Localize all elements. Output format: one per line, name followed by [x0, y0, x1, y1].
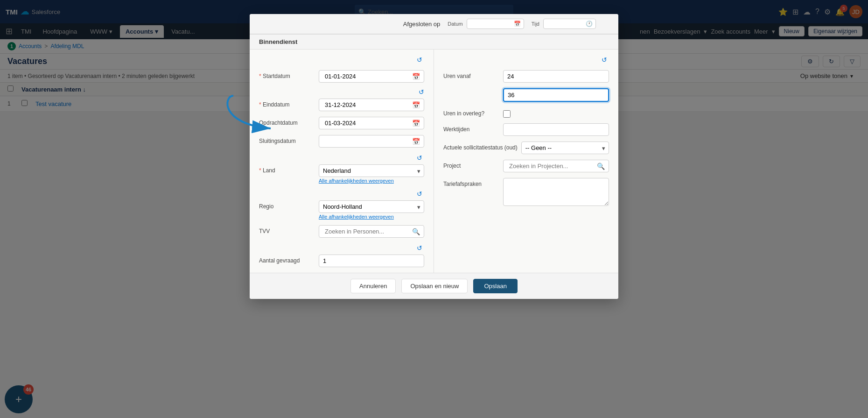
clock-icon[interactable]: 🕐: [586, 21, 593, 27]
actuele-select[interactable]: -- Geen --: [521, 142, 609, 154]
calendar-einddatum-icon[interactable]: 📅: [410, 99, 422, 111]
tijd-field[interactable]: [546, 21, 584, 27]
tvv-input-wrap: 🔍: [319, 225, 424, 238]
einddatum-row: ↺: [259, 88, 424, 97]
startdatum-input[interactable]: [323, 71, 410, 82]
calendar-sluitingsdatum-icon[interactable]: 📅: [410, 136, 422, 147]
aantal-gevraagd-row: Aantal gevraagd: [259, 255, 424, 267]
modal-footer: Annuleren Opslaan en nieuw Opslaan: [250, 273, 618, 299]
annuleren-button[interactable]: Annuleren: [350, 279, 396, 293]
left-reset-header: ↺: [259, 55, 424, 64]
tvv-row: TVV 🔍: [259, 225, 424, 238]
datum-input[interactable]: 📅: [467, 19, 524, 29]
tariefafspraken-input-wrap: [503, 178, 609, 206]
regio-select-wrap[interactable]: Noord-Holland: [319, 200, 424, 213]
sluitingsdatum-input[interactable]: [323, 135, 410, 147]
einddatum-input[interactable]: [323, 99, 410, 111]
aantal-gevraagd-label: Aantal gevraagd: [259, 255, 315, 264]
land-select-wrap[interactable]: Nederland: [319, 164, 424, 177]
tariefafspraken-textarea[interactable]: [503, 178, 609, 206]
uren-overleg-checkbox[interactable]: [503, 110, 511, 118]
opdrachtdatum-field-wrap[interactable]: 📅: [319, 117, 424, 129]
opdrachtdatum-input-wrap: 📅: [319, 117, 424, 129]
tariefafspraken-row: Tariefafspraken: [443, 178, 609, 206]
calendar-opdrachtdatum-icon[interactable]: 📅: [410, 118, 422, 129]
uren-vanaf-input-wrap: [503, 70, 609, 83]
datum-group: Datum 📅: [448, 19, 524, 29]
werktijden-label: Werktijden: [443, 123, 499, 133]
einddatum-input-wrap: 📅: [319, 99, 424, 111]
land-reset-button[interactable]: ↺: [415, 153, 424, 163]
project-search-icon[interactable]: 🔍: [595, 161, 607, 172]
regio-row: Regio Noord-Holland Alle afhankelijkhede…: [259, 200, 424, 220]
modal-dialog: Afgesloten op Datum 📅 Tijd 🕐: [250, 14, 618, 299]
tvv-label: TVV: [259, 225, 315, 234]
actuele-select-wrap[interactable]: -- Geen --: [521, 142, 609, 154]
tvv-field-wrap[interactable]: 🔍: [319, 225, 424, 238]
actuele-status-input-wrap: -- Geen --: [521, 142, 609, 154]
right-reset-header: ↺: [443, 55, 609, 64]
calendar-startdatum-icon[interactable]: 📅: [410, 71, 422, 82]
aantal-reset-button[interactable]: ↺: [415, 243, 424, 253]
modal-top-section: Afgesloten op Datum 📅 Tijd 🕐: [250, 14, 618, 34]
datum-label: Datum: [448, 21, 462, 27]
opslaan-button[interactable]: Opslaan: [473, 279, 517, 293]
sluitingsdatum-row: Sluitingsdatum 📅: [259, 135, 424, 148]
land-select[interactable]: Nederland: [319, 164, 424, 177]
actuele-status-row: Actuele sollicitatiestatus (oud) -- Geen…: [443, 142, 609, 154]
form-left-col: ↺ Startdatum 📅: [250, 50, 434, 273]
regio-label: Regio: [259, 200, 315, 210]
uren-highlighted-row: [443, 88, 609, 102]
werktijden-input[interactable]: [503, 123, 609, 136]
project-input-wrap: 🔍: [503, 160, 609, 172]
tijd-label: Tijd: [532, 21, 539, 27]
uren-highlighted-input-wrap: [503, 88, 609, 102]
einddatum-field-row: Einddatum 📅: [259, 99, 424, 111]
tijd-group: Tijd 🕐: [532, 19, 596, 29]
sluitingsdatum-field-wrap[interactable]: 📅: [319, 135, 424, 148]
sluitingsdatum-input-wrap: 📅: [319, 135, 424, 148]
aantal-gevraagd-input-wrap: [319, 255, 424, 267]
uren-overleg-row: Uren in overleg?: [443, 107, 609, 118]
tariefafspraken-label: Tariefafspraken: [443, 178, 499, 187]
opdrachtdatum-input[interactable]: [323, 117, 410, 129]
werktijden-row: Werktijden: [443, 123, 609, 136]
tijd-input[interactable]: 🕐: [543, 19, 596, 29]
regio-afhankelijkheden-link[interactable]: Alle afhankelijkheden weergeven: [319, 214, 424, 220]
regio-select[interactable]: Noord-Holland: [319, 200, 424, 213]
uren-highlighted-label: [443, 88, 499, 91]
calendar-datum-icon[interactable]: 📅: [514, 21, 521, 27]
einddatum-field-wrap[interactable]: 📅: [319, 99, 424, 111]
opdrachtdatum-label: Opdrachtdatum: [259, 117, 315, 126]
modal-overlay: Afgesloten op Datum 📅 Tijd 🕐: [0, 0, 868, 418]
tvv-search-icon[interactable]: 🔍: [410, 226, 422, 237]
aantal-gevraagd-input[interactable]: [319, 255, 424, 267]
land-input-wrap: Nederland Alle afhankelijkheden weergeve…: [319, 164, 424, 184]
form-right-col: ↺ Uren vanaf: [434, 50, 618, 273]
datum-field[interactable]: [470, 21, 512, 27]
regio-reset-button[interactable]: ↺: [415, 189, 424, 198]
aantal-reset-header: ↺: [259, 243, 424, 253]
modal-scroll-area[interactable]: ↺ Startdatum 📅: [250, 50, 618, 273]
section-binnendienst: Binnendienst: [250, 34, 618, 50]
startdatum-label: Startdatum: [259, 70, 315, 79]
startdatum-field-wrap[interactable]: 📅: [319, 70, 424, 83]
uren-vanaf-label: Uren vanaf: [443, 70, 499, 79]
land-afhankelijkheden-link[interactable]: Alle afhankelijkheden weergeven: [319, 178, 424, 184]
project-field-wrap[interactable]: 🔍: [503, 160, 609, 172]
regio-input-wrap: Noord-Holland Alle afhankelijkheden weer…: [319, 200, 424, 220]
uren-vanaf-input[interactable]: [503, 70, 609, 83]
startdatum-row: Startdatum 📅: [259, 70, 424, 83]
opslaan-nieuw-button[interactable]: Opslaan en nieuw: [401, 279, 468, 293]
project-row: Project 🔍: [443, 160, 609, 172]
right-reset-button[interactable]: ↺: [600, 55, 609, 64]
afgesloten-label: Afgesloten op: [403, 21, 441, 28]
uren-overleg-input-wrap: [503, 107, 609, 118]
uren-highlighted-input[interactable]: [503, 88, 609, 102]
left-reset-button[interactable]: ↺: [415, 55, 424, 64]
actuele-status-label: Actuele sollicitatiestatus (oud): [443, 142, 518, 151]
tvv-input[interactable]: [323, 226, 410, 237]
einddatum-reset-button[interactable]: ↺: [419, 88, 424, 96]
opdrachtdatum-row: Opdrachtdatum 📅: [259, 117, 424, 129]
project-input[interactable]: [507, 160, 595, 172]
